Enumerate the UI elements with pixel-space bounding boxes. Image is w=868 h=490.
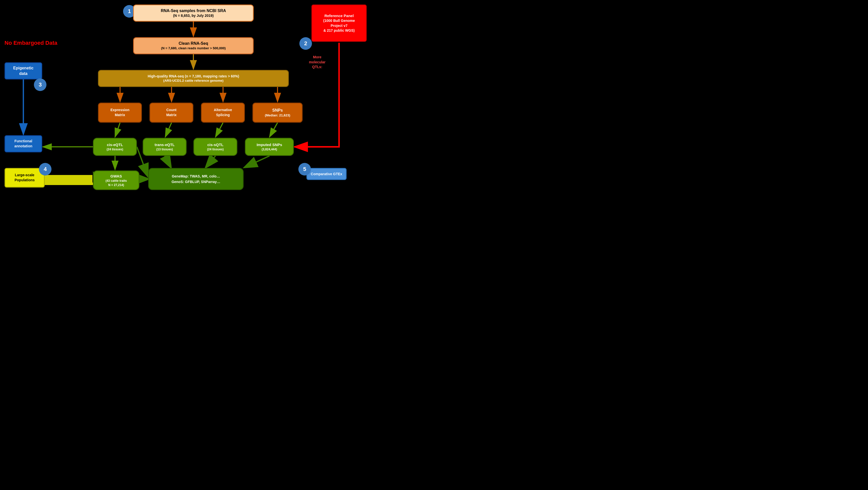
populations-line2: Populations (14, 178, 35, 183)
clean-rna-box: Clean RNA-Seq (N = 7,680, clean reads nu… (133, 37, 254, 54)
ref-line4: & 217 public WGS) (323, 28, 355, 33)
hq-line1: High-quality RNA-seq (n = 7,180, mapping… (148, 74, 239, 79)
imputed-line2: (3,824,444) (257, 147, 282, 152)
functional-line1: Functional (14, 139, 32, 144)
ref-line2: (1000 Bull Genome (323, 18, 355, 23)
no-embargoed-text: No Embargoed Data (4, 40, 57, 46)
cis-e-line1: cis-eQTL (106, 142, 123, 147)
alt-splicing-box: Alternative Splicing (201, 103, 245, 123)
hq-rna-box: High-quality RNA-seq (n = 7,180, mapping… (98, 70, 289, 87)
gwas-line2: (43 cattle traits (105, 179, 127, 183)
clean-line2: (N = 7,680, clean reads number > 500,000… (161, 46, 225, 51)
functional-annotation-box: Functional annotation (4, 135, 42, 152)
alt-line1: Alternative (214, 108, 232, 113)
more-qtls-text: MoremolecularQTLs: (306, 55, 329, 70)
svg-line-20 (245, 156, 270, 167)
reference-panel-box: Reference Panel (1000 Bull Genome Projec… (311, 4, 367, 42)
snps-line2: (Median: 21,623) (265, 113, 290, 118)
expr-line1: Expression (111, 108, 129, 113)
badge-5: 5 (299, 163, 311, 175)
imputed-line1: Imputed SNPs (257, 142, 282, 147)
ref-line3: Project v7 (323, 23, 355, 28)
epigenetic-line2: data (13, 71, 34, 77)
badge-3: 3 (34, 79, 46, 91)
expression-matrix-box: Expression Matrix (98, 103, 142, 123)
trans-eqtl-box: trans-eQTL (13 tissues) (143, 138, 187, 156)
functional-line2: annotation (14, 144, 32, 149)
svg-line-14 (216, 123, 223, 137)
cis-e-line2: (24 tissues) (106, 147, 123, 152)
ref-line1: Reference Panel (323, 13, 355, 18)
gwas-line1: GWAS (105, 173, 127, 179)
gtex-label: Comparative GTEx (311, 172, 342, 176)
hq-line2: (ARS-UCD1.2 cattle reference genome) (148, 79, 239, 83)
populations-line1: Large-scale (14, 173, 35, 178)
cis-s-line1: cis-sQTL (207, 142, 223, 147)
clean-line1: Clean RNA-Seq (161, 41, 225, 46)
snps-line1: SNPs (265, 108, 290, 113)
expr-line2: Matrix (111, 113, 129, 118)
cis-eqtl-box: cis-eQTL (24 tissues) (93, 138, 137, 156)
gwas-box: GWAS (43 cattle traits N = 27,214) (93, 170, 140, 190)
badge-4: 4 (39, 163, 52, 175)
epigenetic-box: Epigenetic data (4, 62, 42, 80)
imputed-snps-box: Imputed SNPs (3,824,444) (245, 138, 294, 156)
svg-line-13 (165, 123, 172, 137)
svg-line-15 (270, 123, 278, 137)
step1-line2: (N = 8,653, by July 2019) (161, 13, 226, 18)
epigenetic-line1: Epigenetic (13, 65, 34, 71)
main-diagram: 1 RNA-Seq samples from NCBI SRA (N = 8,6… (0, 0, 434, 245)
cis-sqtl-box: cis-sQTL (24 tissues) (193, 138, 237, 156)
count-matrix-box: Count Matrix (149, 103, 193, 123)
gtex-box: Comparative GTEx (306, 168, 347, 180)
gwas-line3: N = 27,214) (105, 183, 127, 187)
count-line2: Matrix (166, 113, 177, 118)
svg-line-19 (206, 156, 216, 167)
step1-box: RNA-Seq samples from NCBI SRA (N = 8,653… (133, 4, 254, 22)
alt-line2: Splicing (214, 113, 232, 118)
badge-2: 2 (299, 37, 312, 50)
svg-line-18 (165, 156, 171, 167)
genemap-line2: GenoS: GFBLUP, SNParray… (172, 179, 220, 184)
trans-e-line1: trans-eQTL (154, 142, 175, 147)
step1-line1: RNA-Seq samples from NCBI SRA (161, 8, 226, 13)
genemap-line1: GeneMap: TWAS, MR, colo… (172, 173, 220, 179)
svg-line-12 (115, 123, 120, 137)
populations-box: Large-scale Populations (4, 168, 45, 188)
snps-box: SNPs (Median: 21,623) (252, 103, 303, 123)
trans-e-line2: (13 tissues) (154, 147, 175, 152)
cis-s-line2: (24 tissues) (207, 147, 223, 152)
count-line1: Count (166, 108, 177, 113)
genemap-box: GeneMap: TWAS, MR, colo… GenoS: GFBLUP, … (148, 168, 244, 190)
